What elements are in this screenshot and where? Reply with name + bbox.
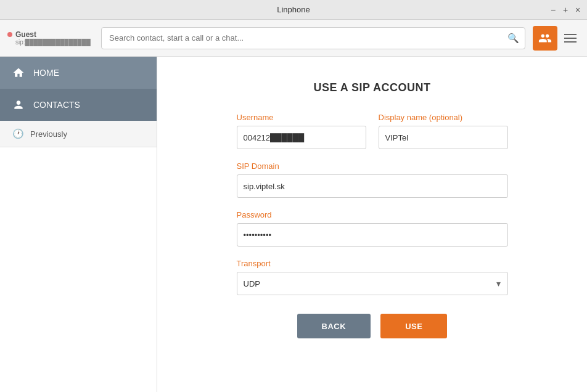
- form-buttons: BACK USE: [237, 314, 508, 338]
- user-name-row: Guest: [7, 30, 94, 39]
- username-input[interactable]: [237, 126, 366, 149]
- transport-select-wrapper: UDP TCP TLS: [237, 272, 508, 295]
- minimize-button[interactable]: −: [549, 6, 557, 14]
- display-name-group: Display name (optional): [379, 113, 508, 149]
- search-icon: 🔍: [507, 33, 519, 44]
- username-label: Username: [237, 113, 366, 122]
- user-info: Guest sip:███████████████: [7, 30, 94, 46]
- sidebar-previously-section[interactable]: 🕐 Previously: [0, 121, 157, 147]
- menu-line-3: [564, 41, 577, 43]
- sidebar-previously-label: Previously: [30, 129, 67, 139]
- sip-domain-group: SIP Domain: [237, 161, 508, 198]
- sidebar-item-contacts[interactable]: CONTACTS: [0, 89, 157, 121]
- menu-line-1: [564, 34, 577, 35]
- app-title: Linphone: [277, 5, 310, 14]
- password-input[interactable]: [237, 223, 508, 247]
- sidebar-item-home[interactable]: HOME: [0, 57, 157, 89]
- sidebar-content-area: [0, 147, 157, 392]
- sidebar: HOME CONTACTS 🕐 Previously: [0, 57, 157, 392]
- sidebar-contacts-label: CONTACTS: [33, 100, 80, 110]
- sip-domain-label: SIP Domain: [237, 161, 508, 171]
- hamburger-menu-button[interactable]: [561, 29, 580, 47]
- use-button[interactable]: USE: [380, 314, 447, 338]
- user-sip: sip:███████████████: [7, 39, 94, 46]
- username-displayname-row: Username Display name (optional): [237, 113, 508, 149]
- contacts-nav-icon: [12, 99, 25, 111]
- main-content: USE A SIP ACCOUNT Username Display name …: [157, 57, 587, 392]
- maximize-button[interactable]: +: [561, 6, 570, 14]
- display-name-input[interactable]: [379, 126, 508, 149]
- transport-label: Transport: [237, 259, 508, 268]
- contacts-svg-icon: [538, 31, 552, 45]
- home-icon: [12, 67, 25, 79]
- search-wrapper: 🔍: [101, 27, 525, 49]
- password-group: Password: [237, 210, 508, 247]
- close-button[interactable]: ×: [573, 6, 582, 14]
- window-controls: − + ×: [549, 6, 582, 14]
- display-name-label: Display name (optional): [379, 113, 508, 122]
- sip-account-form: USE A SIP ACCOUNT Username Display name …: [237, 81, 508, 338]
- password-label: Password: [237, 210, 508, 219]
- status-dot: [7, 32, 12, 37]
- search-input[interactable]: [101, 27, 525, 49]
- titlebar: Linphone − + ×: [0, 0, 587, 20]
- back-button[interactable]: BACK: [297, 314, 371, 338]
- sip-domain-input[interactable]: [237, 174, 508, 198]
- user-display-name: Guest: [15, 30, 36, 39]
- header: Guest sip:███████████████ 🔍: [0, 20, 587, 57]
- main-layout: HOME CONTACTS 🕐 Previously USE A SIP ACC…: [0, 57, 587, 392]
- transport-group: Transport UDP TCP TLS: [237, 259, 508, 295]
- contacts-icon-button[interactable]: [533, 26, 557, 51]
- username-group: Username: [237, 113, 366, 149]
- sidebar-home-label: HOME: [33, 68, 59, 78]
- form-title: USE A SIP ACCOUNT: [237, 81, 508, 94]
- clock-icon: 🕐: [12, 128, 24, 139]
- header-actions: [533, 26, 580, 51]
- transport-select[interactable]: UDP TCP TLS: [237, 272, 508, 295]
- menu-line-2: [564, 38, 577, 39]
